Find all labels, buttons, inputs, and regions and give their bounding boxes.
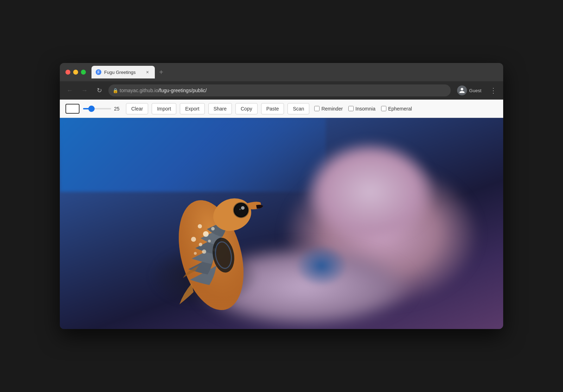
app-toolbar: 25 Clear Import Export Share Copy Paste … [60,100,503,118]
fish-svg [60,118,503,329]
tab-title: Fugu Greetings [104,70,141,75]
slider-container: 25 [83,106,122,112]
svg-point-2 [203,231,209,237]
url-display[interactable]: tomayac.github.io/fugu-greetings/public/ [108,84,451,96]
reload-button[interactable]: ↻ [94,85,105,96]
svg-point-4 [211,227,215,230]
svg-point-14 [235,204,247,216]
scan-button[interactable]: Scan [287,103,309,114]
svg-point-16 [239,209,241,210]
insomnia-label: Insomnia [355,106,375,112]
ephemeral-checkbox[interactable] [381,106,386,111]
browser-window: F Fugu Greetings × + ← → ↻ 🔒 tomayac.git… [60,63,503,329]
reminder-checkbox-label[interactable]: Reminder [314,106,343,112]
svg-point-6 [199,243,202,246]
paste-button[interactable]: Paste [261,103,284,114]
svg-point-3 [198,224,202,228]
ephemeral-label: Ephemeral [388,106,412,112]
url-base: tomayac.github.io [120,88,158,93]
clear-button[interactable]: Clear [126,103,148,114]
profile-icon [457,86,467,95]
profile-button[interactable]: Guest [454,84,484,97]
close-window-button[interactable] [65,70,70,75]
color-swatch[interactable] [65,104,80,114]
back-button[interactable]: ← [64,85,75,96]
reminder-label: Reminder [321,106,343,112]
svg-point-8 [202,249,206,254]
insomnia-checkbox[interactable] [348,106,354,111]
address-bar: ← → ↻ 🔒 tomayac.github.io/fugu-greetings… [60,81,503,100]
svg-point-5 [191,237,196,242]
fish-scene [60,118,503,329]
url-path: /fugu-greetings/public/ [158,88,207,93]
new-tab-button[interactable]: + [156,67,166,77]
minimize-window-button[interactable] [73,70,78,75]
svg-point-7 [208,240,211,242]
checkbox-group: Reminder Insomnia Ephemeral [314,106,412,112]
active-tab[interactable]: F Fugu Greetings × [91,66,155,78]
export-button[interactable]: Export [180,103,204,114]
address-wrapper: 🔒 tomayac.github.io/fugu-greetings/publi… [108,84,451,96]
svg-point-15 [241,206,245,210]
import-button[interactable]: Import [152,103,176,114]
insomnia-checkbox-label[interactable]: Insomnia [348,106,375,112]
ephemeral-checkbox-label[interactable]: Ephemeral [381,106,412,112]
brush-size-slider[interactable] [83,108,111,109]
tab-favicon: F [96,69,101,75]
reminder-checkbox[interactable] [314,106,320,111]
tab-close-button[interactable]: × [144,69,151,75]
profile-label: Guest [469,88,481,93]
traffic-lights [65,70,86,75]
browser-menu-button[interactable]: ⋮ [488,85,499,96]
brush-size-value: 25 [114,106,122,112]
share-button[interactable]: Share [208,103,232,114]
tab-bar: F Fugu Greetings × + [91,66,498,78]
forward-button[interactable]: → [79,85,90,96]
title-bar: F Fugu Greetings × + [60,63,503,81]
canvas-area[interactable] [60,118,503,329]
lock-icon: 🔒 [113,88,118,93]
copy-button[interactable]: Copy [235,103,258,114]
svg-point-9 [194,252,197,255]
maximize-window-button[interactable] [81,70,86,75]
